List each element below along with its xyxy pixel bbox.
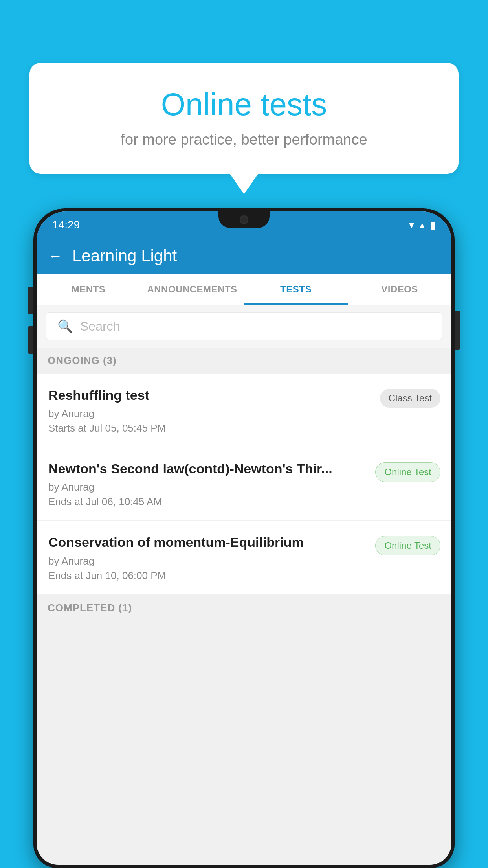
search-icon: 🔍 [57,319,73,334]
signal-icon: ▴ [420,219,425,231]
camera [240,215,248,224]
app-header: ← Learning Light [37,238,451,274]
search-container: 🔍 Search [37,305,451,348]
volume-down-button[interactable] [28,326,33,354]
test-badge-class: Class Test [380,389,440,408]
speech-bubble-subtitle: for more practice, better performance [61,131,427,148]
test-time: Starts at Jul 05, 05:45 PM [48,422,372,434]
tab-videos[interactable]: VIDEOS [348,274,451,305]
test-author: by Anurag [48,408,372,420]
power-button[interactable] [455,311,460,350]
search-input[interactable]: Search [80,319,120,334]
test-time: Ends at Jun 10, 06:00 PM [48,570,367,582]
ongoing-section-label: ONGOING (3) [37,348,451,374]
notch [218,211,270,228]
wifi-icon: ▾ [409,219,414,231]
tab-tests[interactable]: TESTS [244,274,348,305]
search-box[interactable]: 🔍 Search [46,312,442,340]
test-list: Reshuffling test by Anurag Starts at Jul… [37,374,451,595]
test-badge-online-2: Online Test [375,536,440,555]
phone-screen: 14:29 ▾ ▴ ▮ ← Learning Light MENTS ANNOU… [37,211,451,865]
test-item[interactable]: Reshuffling test by Anurag Starts at Jul… [37,374,451,447]
speech-bubble-title: Online tests [61,86,427,123]
test-author: by Anurag [48,481,367,493]
test-info: Reshuffling test by Anurag Starts at Jul… [48,386,372,434]
app-title: Learning Light [72,246,177,265]
test-badge-online: Online Test [375,462,440,482]
test-item[interactable]: Conservation of momentum-Equilibrium by … [37,521,451,594]
test-name: Reshuffling test [48,386,372,404]
back-button[interactable]: ← [48,248,62,264]
test-time: Ends at Jul 06, 10:45 AM [48,496,367,508]
speech-bubble-container: Online tests for more practice, better p… [29,63,459,174]
tab-ments[interactable]: MENTS [37,274,140,305]
test-item[interactable]: Newton's Second law(contd)-Newton's Thir… [37,447,451,521]
completed-section-label: COMPLETED (1) [37,595,451,621]
phone-frame: 14:29 ▾ ▴ ▮ ← Learning Light MENTS ANNOU… [33,208,455,868]
test-name: Conservation of momentum-Equilibrium [48,533,367,551]
tabs-bar: MENTS ANNOUNCEMENTS TESTS VIDEOS [37,274,451,305]
status-time: 14:29 [52,219,80,231]
status-icons: ▾ ▴ ▮ [409,219,436,231]
battery-icon: ▮ [430,219,436,231]
test-author: by Anurag [48,555,367,567]
test-info: Conservation of momentum-Equilibrium by … [48,533,367,581]
status-bar: 14:29 ▾ ▴ ▮ [37,211,451,238]
volume-up-button[interactable] [28,287,33,314]
test-info: Newton's Second law(contd)-Newton's Thir… [48,460,367,508]
speech-bubble: Online tests for more practice, better p… [29,63,459,174]
test-name: Newton's Second law(contd)-Newton's Thir… [48,460,367,477]
tab-announcements[interactable]: ANNOUNCEMENTS [140,274,244,305]
